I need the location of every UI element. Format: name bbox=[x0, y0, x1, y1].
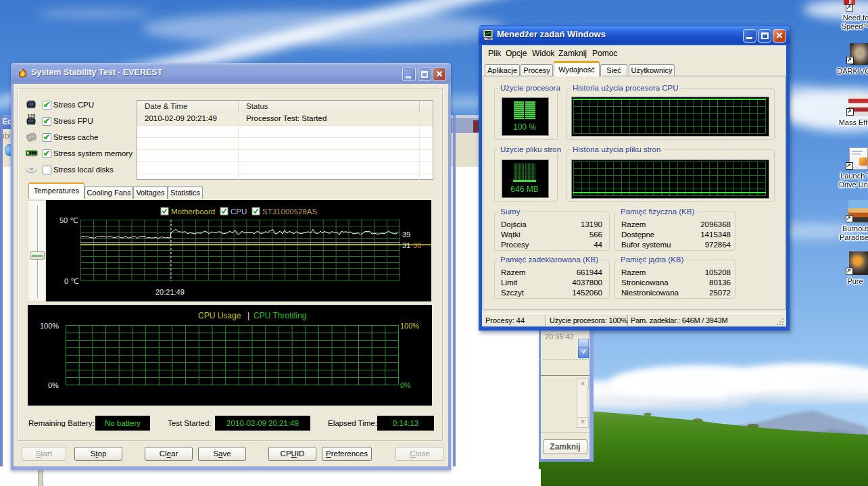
svg-text:100%: 100% bbox=[40, 322, 59, 330]
svg-text:CPU Usage: CPU Usage bbox=[198, 311, 241, 320]
svg-text:|: | bbox=[247, 311, 249, 320]
svg-text:20:21:49: 20:21:49 bbox=[155, 288, 185, 296]
svg-text:ST31000528AS: ST31000528AS bbox=[262, 208, 318, 216]
svg-text:Motherboard: Motherboard bbox=[171, 208, 215, 216]
svg-text:30: 30 bbox=[413, 241, 421, 249]
svg-text:CPU Throttling: CPU Throttling bbox=[254, 311, 306, 320]
svg-text:39: 39 bbox=[402, 230, 410, 239]
svg-text:0%: 0% bbox=[48, 381, 59, 389]
svg-text:31: 31 bbox=[402, 241, 410, 249]
svg-text:123: 123 bbox=[28, 114, 36, 118]
svg-text:0%: 0% bbox=[400, 381, 411, 389]
svg-text:CPU: CPU bbox=[231, 208, 247, 216]
svg-text:50 ℃: 50 ℃ bbox=[59, 216, 78, 224]
svg-text:100%: 100% bbox=[400, 322, 419, 330]
svg-text:0 ℃: 0 ℃ bbox=[64, 277, 79, 285]
